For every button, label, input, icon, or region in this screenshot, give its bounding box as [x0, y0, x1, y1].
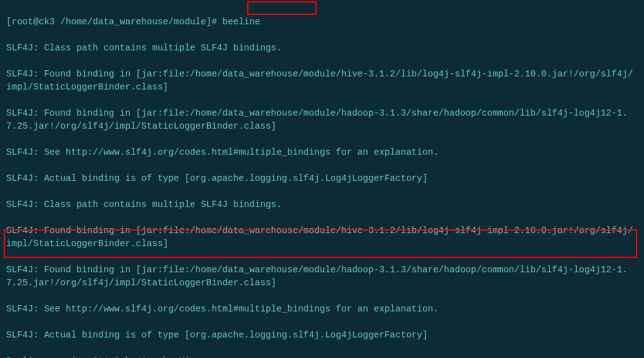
log-line: SLF4J: Found binding in [jar:file:/home/…: [6, 264, 638, 290]
log-line: SLF4J: Actual binding is of type [org.ap…: [6, 329, 638, 342]
log-line: SLF4J: Actual binding is of type [org.ap…: [6, 172, 638, 185]
log-line: SLF4J: Class path contains multiple SLF4…: [6, 42, 638, 55]
shell-command: beeline: [222, 17, 260, 27]
log-line: SLF4J: See http://www.slf4j.org/codes.ht…: [6, 303, 638, 316]
log-line: SLF4J: See http://www.slf4j.org/codes.ht…: [6, 146, 638, 159]
log-line: SLF4J: Found binding in [jar:file:/home/…: [6, 224, 638, 250]
log-line: SLF4J: Found binding in [jar:file:/home/…: [6, 68, 638, 94]
log-line: SLF4J: Class path contains multiple SLF4…: [6, 198, 638, 211]
shell-prompt-line: [root@ck3 /home/data_warehouse/module]# …: [6, 16, 638, 29]
terminal-output[interactable]: [root@ck3 /home/data_warehouse/module]# …: [6, 2, 638, 358]
log-line: SLF4J: Found binding in [jar:file:/home/…: [6, 107, 638, 133]
shell-prompt-prefix: [root@ck3 /home/data_warehouse/module]#: [6, 17, 222, 27]
log-line: Beeline version 3.1.2 by Apache Hive: [6, 355, 638, 358]
